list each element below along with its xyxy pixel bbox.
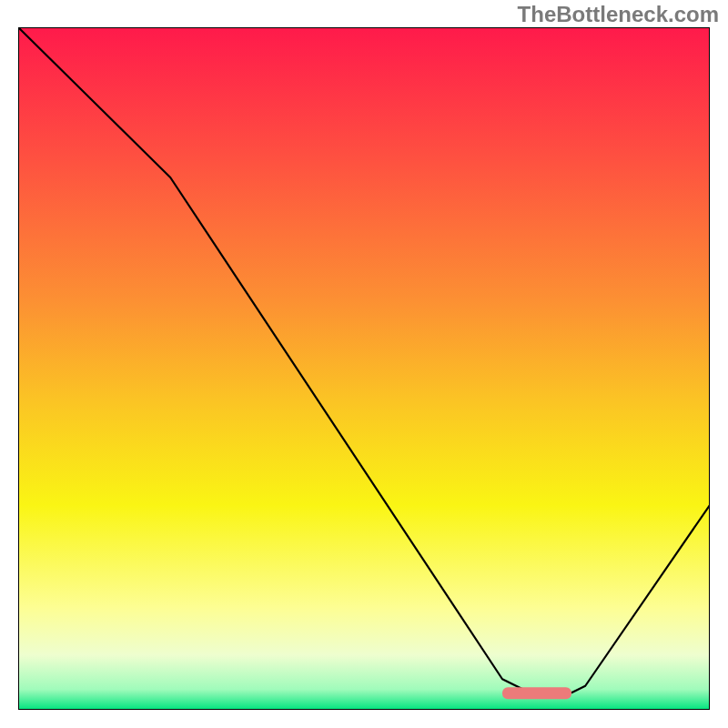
chart-svg: [18, 27, 710, 710]
optimal-range-marker: [502, 687, 571, 699]
watermark-text: TheBottleneck.com: [518, 2, 719, 27]
chart-container: TheBottleneck.com: [0, 0, 728, 728]
plot-area: [18, 27, 710, 710]
